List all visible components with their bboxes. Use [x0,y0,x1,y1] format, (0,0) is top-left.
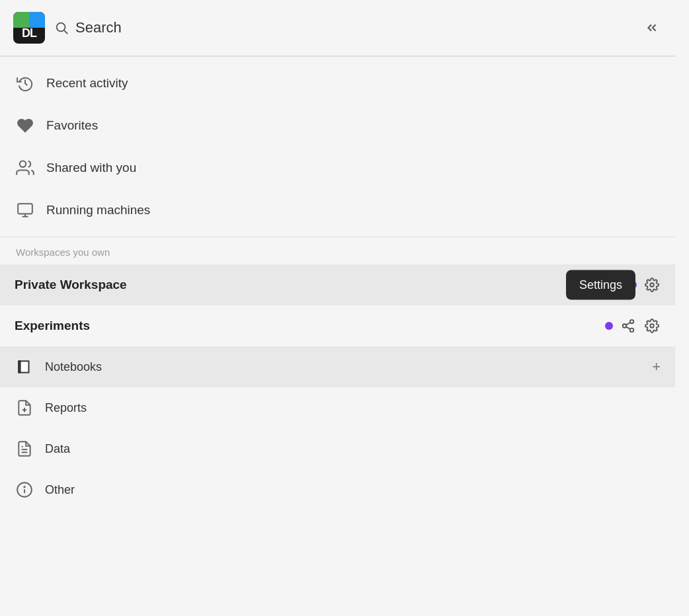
notebooks-add-button[interactable]: + [652,358,661,375]
experiments-label: Experiments [15,319,90,333]
private-workspace-label: Private Workspace [15,278,127,292]
reports-label: Reports [45,401,87,415]
history-icon [16,74,34,93]
logo-text: DL [22,26,36,40]
experiments-status-dot [605,322,613,330]
sidebar-item-notebooks[interactable]: Notebooks + [0,346,675,387]
shared-with-you-label: Shared with you [46,161,136,175]
heart-icon [16,116,34,135]
experiments-actions [605,317,661,334]
logo-green-corner [13,12,29,28]
svg-point-8 [623,324,627,328]
workspaces-section-label: Workspaces you own [0,237,675,264]
nav-section: Recent activity Favorites Shared with yo… [0,57,675,237]
notebook-icon [15,357,34,377]
svg-line-10 [626,327,630,329]
search-area[interactable]: Search [54,19,122,36]
search-label: Search [75,19,122,36]
data-left: Data [15,439,70,459]
svg-point-12 [650,324,654,328]
search-icon [54,20,69,35]
svg-rect-15 [18,360,20,373]
svg-point-2 [20,161,26,167]
svg-point-0 [57,23,65,32]
running-machines-label: Running machines [46,203,150,217]
svg-line-11 [626,323,630,325]
settings-tooltip: Settings [566,270,635,300]
shared-icon [16,159,34,177]
svg-rect-3 [18,204,32,213]
sidebar-item-data[interactable]: Data [0,428,675,469]
sidebar-item-reports[interactable]: Reports [0,387,675,428]
sidebar-item-other[interactable]: Other [0,469,675,510]
reports-icon [15,398,34,418]
svg-point-7 [630,320,634,324]
sidebar-item-shared-with-you[interactable]: Shared with you [0,147,675,189]
app-logo[interactable]: DL [13,12,45,44]
other-icon [15,480,34,500]
sidebar-item-recent-activity[interactable]: Recent activity [0,62,675,104]
workspace-item-experiments[interactable]: Experiments [0,305,675,346]
reports-left: Reports [15,398,87,418]
collapse-button[interactable] [642,18,662,38]
svg-line-1 [64,30,67,34]
sidebar: DL Search [0,0,675,616]
svg-point-9 [630,328,634,332]
experiments-share-button[interactable] [620,317,637,334]
private-workspace-settings-button[interactable] [643,276,661,293]
notebooks-left: Notebooks [15,357,102,377]
other-left: Other [15,480,75,500]
sidebar-item-favorites[interactable]: Favorites [0,104,675,147]
recent-activity-label: Recent activity [46,76,128,91]
workspace-item-private[interactable]: Private Workspace Settings [0,264,675,305]
notebooks-label: Notebooks [45,360,102,374]
header-left: DL Search [13,12,122,44]
other-label: Other [45,483,75,497]
sidebar-header: DL Search [0,0,675,56]
data-icon [15,439,34,459]
favorites-label: Favorites [46,118,98,133]
data-label: Data [45,442,70,456]
experiments-settings-button[interactable] [643,317,661,334]
logo-blue-corner [29,12,45,28]
sidebar-item-running-machines[interactable]: Running machines [0,189,675,231]
monitor-icon [16,201,34,219]
svg-point-6 [650,283,654,287]
workspaces-label: Workspaces you own [16,247,110,258]
